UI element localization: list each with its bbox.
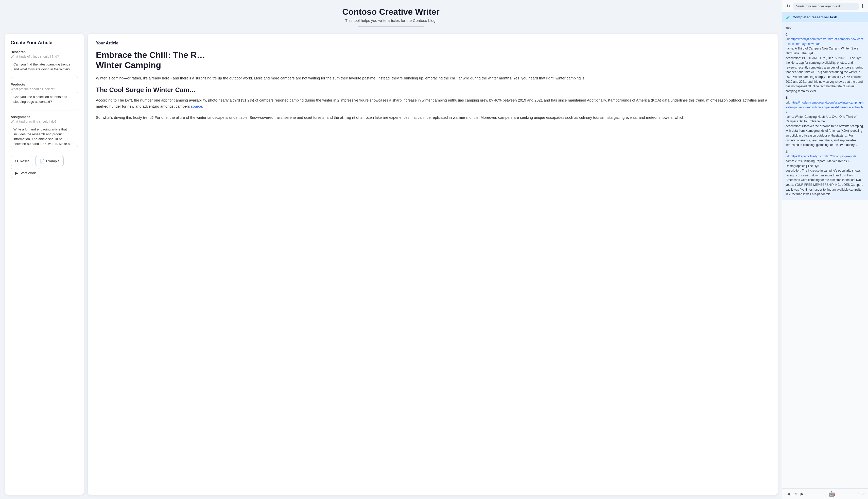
example-icon: 📄	[40, 159, 45, 163]
entry-0-name-label: name: A Third of Campers Now Camp in Win…	[785, 46, 865, 56]
products-placeholder: What products should I look at?	[11, 87, 78, 91]
reset-button[interactable]: ↺ Reset	[11, 156, 33, 166]
products-textarea[interactable]: Can you use a selection of tents and sle…	[11, 92, 78, 110]
entry-2-desc-label: description: The increase in camping's p…	[785, 168, 865, 197]
entry-1-name: Winter Camping Heats Up: Over One-Third …	[785, 115, 856, 123]
info-icon[interactable]: ℹ	[861, 2, 865, 10]
entry-0-url: https://thedyrt.com/press/a-third-of-cam…	[785, 37, 863, 46]
entry-1-index: 1:	[785, 95, 865, 100]
web-label: web:	[785, 25, 865, 30]
article-title: Embrace the Chill: The R…Winter Camping	[96, 50, 770, 71]
entry-0-desc-label: description: PORTLAND, Ore., Dec. 5, 202…	[785, 56, 865, 94]
bot-icon[interactable]: 🤖	[828, 491, 835, 497]
article-panel: Your Article Embrace the Chill: The R…Wi…	[88, 34, 778, 495]
app-title: Contoso Creative Writer	[0, 7, 782, 17]
page-indicator: 1/1	[793, 492, 797, 496]
right-panel-footer: ◀ 1/1 ▶ 🤖 1.0.0	[782, 488, 868, 499]
right-panel-header: ↻ ℹ	[782, 0, 868, 12]
assignment-label: Assignment	[11, 115, 78, 119]
entry-2-desc: The increase in camping's popularity sho…	[785, 169, 863, 196]
example-button[interactable]: 📄 Example	[35, 156, 64, 166]
research-field-group: Research What kinds of things should I f…	[11, 50, 78, 79]
article-intro: Winter is coming—or rather, it's already…	[96, 75, 770, 81]
assignment-textarea[interactable]: Write a fun and engaging article that in…	[11, 125, 78, 147]
products-label: Products	[11, 83, 78, 86]
products-field-group: Products What products should I look at?…	[11, 83, 78, 111]
header-divider	[358, 26, 424, 27]
app-subtitle: This tool helps you write articles for t…	[0, 18, 782, 23]
entry-2-url-label: url: https://reports.thedyrt.com/2023-ca…	[785, 154, 865, 159]
entry-1-url: https://moderncampground.com/usa/winter-…	[785, 101, 864, 114]
entry-1-desc: Discover the growing trend of winter cam…	[785, 124, 864, 147]
header: Contoso Creative Writer This tool helps …	[0, 0, 782, 31]
flask-icon: 🧪	[785, 15, 791, 20]
article-body: Embrace the Chill: The R…Winter Camping …	[96, 50, 770, 121]
next-page-button[interactable]: ▶	[799, 491, 805, 497]
task-data: web: 0: url: https://thedyrt.com/press/a…	[782, 22, 868, 200]
prev-page-button[interactable]: ◀	[785, 491, 792, 497]
example-label: Example	[46, 159, 60, 163]
left-panel: Create Your Article Research What kinds …	[5, 34, 84, 495]
entry-2-index: 2:	[785, 149, 865, 154]
research-label: Research	[11, 50, 78, 54]
article-section2-title: The Cool Surge in Winter Cam…	[96, 86, 770, 94]
start-work-icon: ▶	[15, 171, 18, 175]
start-work-button[interactable]: ▶ Start Work	[11, 168, 40, 178]
entry-1-desc-label: description: Discover the growing trend …	[785, 124, 865, 147]
entry-1-name-label: name: Winter Camping Heats Up: Over One-…	[785, 114, 865, 124]
article-section-label: Your Article	[96, 41, 770, 46]
source-link[interactable]: source	[191, 104, 202, 108]
entry-1-url-label: url: https://moderncampground.com/usa/wi…	[785, 100, 865, 114]
right-panel-content: 🧪 Completed researcher task web: 0: url:…	[782, 12, 868, 488]
task-completed-banner: 🧪 Completed researcher task	[782, 12, 868, 22]
page-nav: ◀ 1/1 ▶	[785, 491, 805, 497]
research-textarea[interactable]: Can you find the latest camping trends a…	[11, 60, 78, 78]
article-section2-body: According to The Dyrt, the number one ap…	[96, 97, 770, 110]
article-section3-body: So, what's driving this frosty trend? Fo…	[96, 114, 770, 121]
assignment-placeholder: What kind of writing should I do?	[11, 120, 78, 123]
actions-bar: ↺ Reset 📄 Example ▶ Start Work	[11, 156, 78, 178]
entry-2-name-label: name: 2023 Camping Report - Market Trend…	[785, 159, 865, 168]
status-input[interactable]	[793, 3, 859, 10]
entry-0-index: 0:	[785, 32, 865, 37]
right-panel: ↻ ℹ 🧪 Completed researcher task web: 0: …	[782, 0, 868, 499]
reset-label: Reset	[20, 159, 29, 163]
entry-2-url: https://reports.thedyrt.com/2023-camping…	[791, 155, 856, 158]
task-completed-label: Completed researcher task	[793, 15, 837, 19]
reset-icon: ↺	[15, 159, 18, 163]
research-placeholder: What kinds of things should I find?	[11, 55, 78, 58]
entry-0-url-label: url: https://thedyrt.com/press/a-third-o…	[785, 37, 865, 46]
refresh-icon[interactable]: ↻	[785, 2, 791, 10]
assignment-field-group: Assignment What kind of writing should I…	[11, 115, 78, 148]
entry-2-name: 2023 Camping Report - Market Trends & De…	[785, 159, 850, 168]
start-work-label: Start Work	[20, 171, 36, 175]
left-panel-heading: Create Your Article	[11, 40, 78, 46]
entry-0-desc: PORTLAND, Ore., Dec. 5, 2023 — The Dyrt,…	[785, 56, 864, 93]
entry-0-name: A Third of Campers Now Camp in Winter, S…	[785, 47, 858, 55]
version-label: 1.0.0	[858, 492, 865, 496]
